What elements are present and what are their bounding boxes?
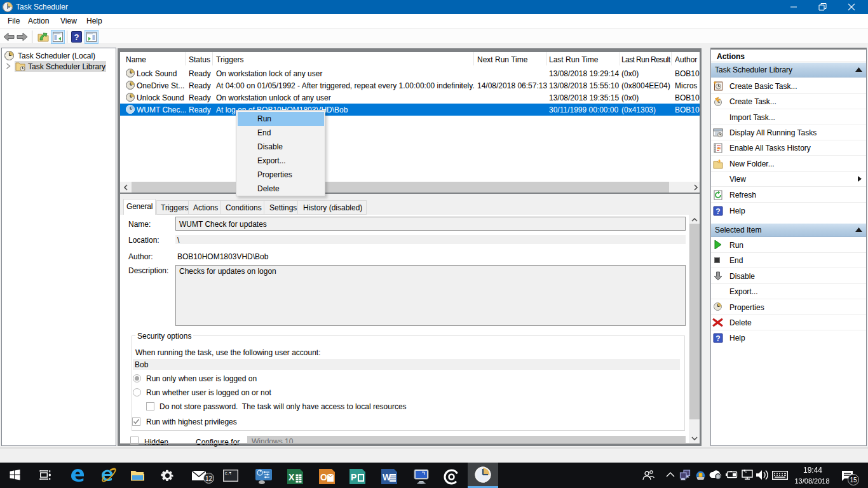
svg-text:X: X	[288, 472, 295, 482]
svg-text:O: O	[320, 472, 327, 482]
svg-text:?: ?	[715, 334, 720, 343]
svg-text:?: ?	[74, 32, 79, 42]
svg-text:P: P	[351, 472, 356, 482]
svg-text:?: ?	[715, 207, 720, 216]
svg-text:W: W	[383, 472, 391, 482]
